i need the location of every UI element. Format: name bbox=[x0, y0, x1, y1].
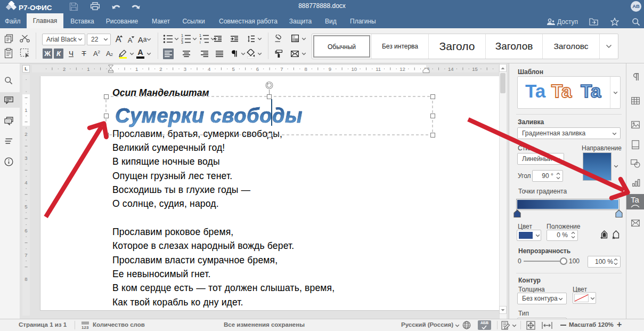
svg-text:7: 7 bbox=[280, 66, 283, 72]
svg-text:1: 1 bbox=[25, 107, 27, 113]
svg-text:5: 5 bbox=[232, 66, 234, 72]
svg-text:i: i bbox=[200, 41, 201, 44]
svg-text:11: 11 bbox=[376, 66, 381, 72]
svg-text:123: 123 bbox=[81, 325, 89, 329]
svg-text:5: 5 bbox=[25, 204, 27, 209]
svg-text:3: 3 bbox=[25, 155, 27, 161]
svg-text:12: 12 bbox=[400, 66, 405, 72]
svg-text:6: 6 bbox=[256, 66, 259, 72]
svg-text:1: 1 bbox=[135, 66, 138, 72]
svg-text:15: 15 bbox=[472, 66, 478, 72]
svg-text:1: 1 bbox=[199, 34, 201, 37]
svg-text:8: 8 bbox=[304, 66, 307, 72]
svg-text:3: 3 bbox=[181, 41, 183, 44]
svg-text:4: 4 bbox=[25, 180, 27, 185]
svg-text:9: 9 bbox=[329, 66, 331, 72]
svg-text:4: 4 bbox=[208, 66, 210, 72]
svg-text:8: 8 bbox=[25, 276, 27, 282]
svg-text:7: 7 bbox=[25, 252, 27, 258]
svg-text:2: 2 bbox=[159, 66, 162, 72]
svg-text:14: 14 bbox=[448, 66, 454, 72]
svg-text:1: 1 bbox=[87, 66, 89, 72]
svg-text:2: 2 bbox=[63, 66, 66, 72]
svg-text:10: 10 bbox=[352, 66, 357, 72]
svg-text:2: 2 bbox=[25, 131, 27, 137]
svg-text:3: 3 bbox=[184, 66, 186, 72]
svg-text:6: 6 bbox=[25, 228, 27, 233]
